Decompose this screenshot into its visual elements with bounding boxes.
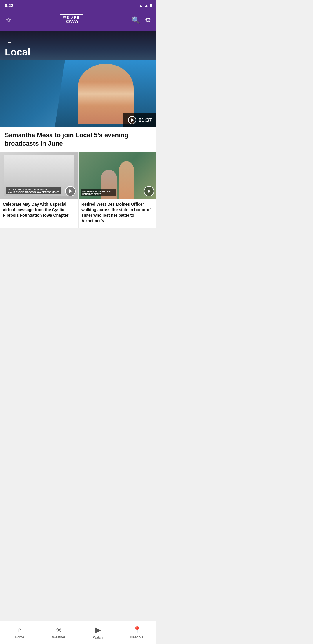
- signal-icon: ▲: [139, 3, 143, 8]
- small-triangle-1: [69, 189, 72, 193]
- app-header: ☆ WE ARE IOWA 🔍 ⚙: [0, 10, 156, 31]
- news-grid: OFF MAY DAY BASKET MESSAGES MAY IS CYSTI…: [0, 152, 156, 228]
- logo-iowa: IOWA: [64, 19, 79, 24]
- wifi-icon: ▲: [144, 3, 148, 8]
- content-area: ┌ Local 01:37 Samantha Mesa to join Loca…: [0, 31, 156, 263]
- play-overlay[interactable]: 01:37: [123, 113, 156, 127]
- hero-title-section[interactable]: Samantha Mesa to join Local 5's evening …: [0, 127, 156, 152]
- video-duration: 01:37: [139, 117, 152, 123]
- news-title-1: Celebrate May Day with a special virtual…: [3, 202, 75, 218]
- news-title-2: Retired West Des Moines Officer walking …: [81, 202, 154, 224]
- thumb-play-2: [144, 186, 154, 196]
- thumb-badge-1: OFF MAY DAY BASKET MESSAGES MAY IS CYSTI…: [6, 187, 61, 194]
- status-icons: ▲ ▲ ▮: [139, 3, 152, 8]
- hero-title: Samantha Mesa to join Local 5's evening …: [5, 131, 152, 148]
- section-bracket: ┌: [5, 38, 30, 47]
- thumb-play-1: [65, 186, 76, 196]
- play-triangle: [131, 118, 134, 122]
- small-play-circle-1: [65, 186, 76, 196]
- logo-text: WE ARE IOWA: [60, 14, 83, 26]
- news-content-1: Celebrate May Day with a special virtual…: [0, 199, 78, 222]
- news-thumb-1: OFF MAY DAY BASKET MESSAGES MAY IS CYSTI…: [0, 152, 78, 199]
- app-logo: WE ARE IOWA: [12, 14, 132, 26]
- small-triangle-2: [148, 189, 151, 193]
- status-bar: 6:22 ▲ ▲ ▮: [0, 0, 156, 10]
- play-button-icon: [128, 116, 136, 124]
- status-time: 6:22: [5, 3, 13, 8]
- news-thumb-2: WALKING ACROSS STATE IN HONOR OF SISTER: [79, 152, 156, 199]
- battery-icon: ▮: [150, 3, 152, 8]
- search-button[interactable]: 🔍: [132, 16, 140, 24]
- news-card-1[interactable]: OFF MAY DAY BASKET MESSAGES MAY IS CYSTI…: [0, 152, 78, 228]
- favorite-button[interactable]: ☆: [5, 16, 12, 24]
- header-right: 🔍 ⚙: [132, 16, 151, 24]
- section-tag: ┌ Local: [5, 38, 30, 57]
- hero-video[interactable]: 01:37: [0, 60, 156, 127]
- news-content-2: Retired West Des Moines Officer walking …: [79, 199, 156, 228]
- section-header: ┌ Local: [0, 31, 156, 60]
- header-left: ☆: [5, 16, 12, 24]
- thumb-inner-1: OFF MAY DAY BASKET MESSAGES MAY IS CYSTI…: [4, 155, 74, 196]
- settings-button[interactable]: ⚙: [145, 16, 151, 24]
- thumb-badge-2: WALKING ACROSS STATE IN HONOR OF SISTER: [81, 189, 116, 196]
- person-shape-2: [119, 161, 134, 199]
- section-title: Local: [5, 47, 30, 57]
- small-play-circle-2: [144, 186, 154, 196]
- news-card-2[interactable]: WALKING ACROSS STATE IN HONOR OF SISTER …: [79, 152, 156, 228]
